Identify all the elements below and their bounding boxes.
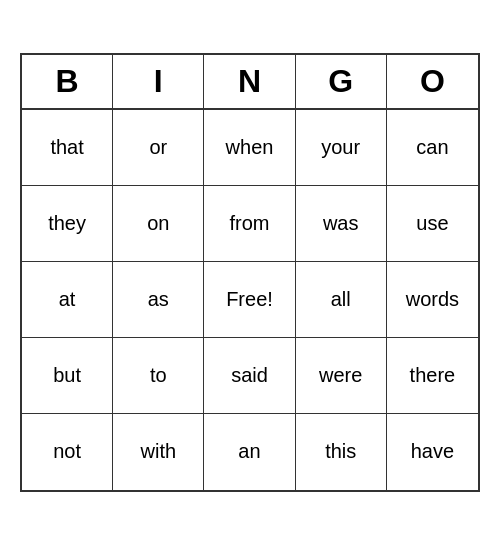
bingo-cell[interactable]: that bbox=[22, 110, 113, 186]
header-letter: G bbox=[296, 55, 387, 108]
bingo-cell[interactable]: from bbox=[204, 186, 295, 262]
bingo-cell[interactable]: an bbox=[204, 414, 295, 490]
header-letter: O bbox=[387, 55, 478, 108]
bingo-cell[interactable]: was bbox=[296, 186, 387, 262]
bingo-cell[interactable]: as bbox=[113, 262, 204, 338]
bingo-cell[interactable]: they bbox=[22, 186, 113, 262]
bingo-grid: thatorwhenyourcantheyonfromwasuseatasFre… bbox=[22, 110, 478, 490]
bingo-card: BINGO thatorwhenyourcantheyonfromwasusea… bbox=[20, 53, 480, 492]
bingo-cell[interactable]: there bbox=[387, 338, 478, 414]
bingo-cell[interactable]: to bbox=[113, 338, 204, 414]
bingo-cell[interactable]: at bbox=[22, 262, 113, 338]
bingo-header: BINGO bbox=[22, 55, 478, 110]
bingo-cell[interactable]: with bbox=[113, 414, 204, 490]
bingo-cell[interactable]: this bbox=[296, 414, 387, 490]
bingo-cell[interactable]: all bbox=[296, 262, 387, 338]
bingo-cell[interactable]: Free! bbox=[204, 262, 295, 338]
bingo-cell[interactable]: have bbox=[387, 414, 478, 490]
bingo-cell[interactable]: were bbox=[296, 338, 387, 414]
bingo-cell[interactable]: your bbox=[296, 110, 387, 186]
bingo-cell[interactable]: or bbox=[113, 110, 204, 186]
bingo-cell[interactable]: can bbox=[387, 110, 478, 186]
header-letter: B bbox=[22, 55, 113, 108]
header-letter: I bbox=[113, 55, 204, 108]
bingo-cell[interactable]: but bbox=[22, 338, 113, 414]
bingo-cell[interactable]: when bbox=[204, 110, 295, 186]
bingo-cell[interactable]: on bbox=[113, 186, 204, 262]
bingo-cell[interactable]: said bbox=[204, 338, 295, 414]
bingo-cell[interactable]: words bbox=[387, 262, 478, 338]
header-letter: N bbox=[204, 55, 295, 108]
bingo-cell[interactable]: use bbox=[387, 186, 478, 262]
bingo-cell[interactable]: not bbox=[22, 414, 113, 490]
